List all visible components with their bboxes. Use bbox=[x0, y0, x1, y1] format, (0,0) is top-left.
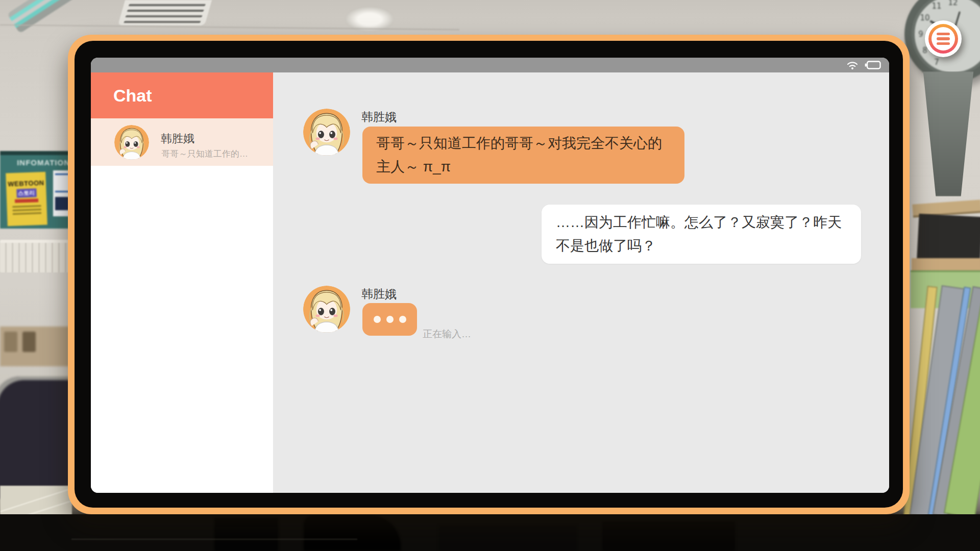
webtoon-poster: WEBTOON 스토리 bbox=[6, 172, 47, 227]
chat-list-item[interactable]: 韩胜娥 哥哥～只知道工作的… bbox=[91, 118, 273, 166]
message-bubble-incoming: 哥哥～只知道工作的哥哥～对我完全不关心的主人～ π_π bbox=[362, 127, 684, 184]
message-sender: 韩胜娥 bbox=[361, 286, 397, 302]
bulletin-board: INFOMATION WEBTOON 스토리 bbox=[0, 151, 71, 229]
chat-item-preview: 哥哥～只知道工作的… bbox=[161, 148, 248, 160]
wifi-icon bbox=[846, 61, 859, 70]
battery-icon bbox=[865, 61, 881, 69]
typing-status-label: 正在输入… bbox=[423, 328, 471, 341]
chat-item-name: 韩胜娥 bbox=[161, 131, 194, 146]
typing-dot bbox=[386, 316, 394, 323]
menu-button[interactable] bbox=[925, 20, 962, 57]
ceiling-vent bbox=[118, 0, 212, 26]
avatar bbox=[114, 125, 149, 160]
sidebar-title: Chat bbox=[113, 86, 152, 106]
status-bar bbox=[91, 58, 889, 72]
message-bubble-outgoing: ……因为工作忙嘛。怎么了？又寂寞了？昨天不是也做了吗？ bbox=[542, 205, 861, 264]
hamburger-icon bbox=[932, 27, 955, 51]
avatar bbox=[303, 109, 350, 156]
chair-silhouette bbox=[304, 515, 401, 551]
right-shelf bbox=[912, 258, 980, 271]
left-desk bbox=[0, 327, 72, 366]
typing-indicator-bubble bbox=[362, 303, 417, 336]
poster-subtitle: 스토리 bbox=[16, 188, 37, 197]
chat-sidebar: Chat 韩胜娥 哥哥～只知道工作的… bbox=[91, 72, 273, 493]
sidebar-header: Chat bbox=[91, 72, 273, 118]
chat-area: 韩胜娥 哥哥～只知道工作的哥哥～对我完全不关心的主人～ π_π ……因为工作忙嘛… bbox=[273, 72, 889, 493]
poster-title: WEBTOON bbox=[6, 179, 46, 188]
typing-dot bbox=[399, 316, 406, 323]
typing-dot bbox=[374, 316, 381, 323]
left-chair bbox=[0, 377, 78, 499]
ceiling-fluorescent-light bbox=[7, 0, 85, 34]
dark-floor bbox=[0, 514, 980, 551]
avatar bbox=[303, 286, 350, 333]
tablet-screen: Chat 韩胜娥 哥哥～只知道工作的… 韩胜娥 bbox=[91, 58, 889, 493]
clock-stand bbox=[920, 71, 977, 196]
tablet-bezel: Chat 韩胜娥 哥哥～只知道工作的… 韩胜娥 bbox=[75, 41, 903, 508]
tablet-frame: Chat 韩胜娥 哥哥～只知道工作的… 韩胜娥 bbox=[68, 35, 910, 514]
radiator bbox=[0, 240, 72, 272]
message-sender: 韩胜娥 bbox=[361, 109, 397, 125]
board-title: INFOMATION bbox=[17, 158, 70, 167]
menu-button-ring bbox=[928, 24, 958, 54]
